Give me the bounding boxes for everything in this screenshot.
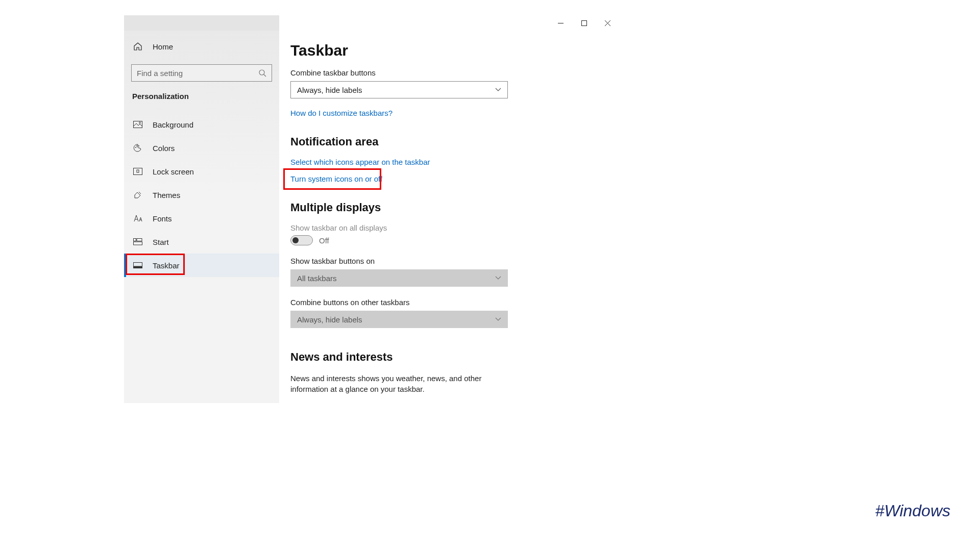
hashtag-text: #Windows xyxy=(875,502,950,520)
show-buttons-on-dropdown: All taskbars xyxy=(290,269,508,287)
dropdown-value: Always, hide labels xyxy=(297,315,362,324)
news-interests-description: News and interests shows you weather, ne… xyxy=(290,373,510,394)
window-controls xyxy=(549,15,619,31)
sidebar-item-lock-screen[interactable]: Lock screen xyxy=(124,160,279,183)
news-interests-heading: News and interests xyxy=(290,350,619,364)
toggle-knob xyxy=(292,237,299,243)
svg-point-1 xyxy=(259,70,264,75)
system-icons-link-wrap: Turn system icons on or off xyxy=(290,174,382,183)
svg-rect-2 xyxy=(134,121,142,128)
combine-taskbar-label: Combine taskbar buttons xyxy=(290,68,619,77)
titlebar-background xyxy=(124,15,279,31)
chevron-down-icon xyxy=(495,88,501,92)
combine-other-label: Combine buttons on other taskbars xyxy=(290,298,619,307)
svg-point-4 xyxy=(135,147,136,148)
multiple-displays-heading: Multiple displays xyxy=(290,201,619,214)
image-icon xyxy=(132,119,143,130)
search-input[interactable] xyxy=(137,69,258,78)
select-icons-link[interactable]: Select which icons appear on the taskbar xyxy=(290,158,619,166)
sidebar-item-fonts[interactable]: Fonts xyxy=(124,207,279,230)
sidebar-item-label: Themes xyxy=(153,191,180,199)
show-buttons-on-label: Show taskbar buttons on xyxy=(290,257,619,265)
show-all-displays-toggle[interactable] xyxy=(290,235,313,245)
svg-point-5 xyxy=(136,145,137,146)
lock-screen-icon xyxy=(132,166,143,177)
themes-icon xyxy=(132,189,143,201)
sidebar-item-colors[interactable]: Colors xyxy=(124,136,279,160)
settings-window: Settings Home Personalization xyxy=(124,15,619,403)
sidebar-category: Personalization xyxy=(124,87,279,108)
sidebar-nav-list: Background Colors Lock screen Themes xyxy=(124,113,279,277)
sidebar-item-label: Background xyxy=(153,120,193,129)
home-icon xyxy=(132,41,143,52)
close-icon xyxy=(605,20,610,26)
sidebar-item-label: Colors xyxy=(153,144,175,153)
sidebar-item-start[interactable]: Start xyxy=(124,230,279,254)
chevron-down-icon xyxy=(495,317,501,321)
sidebar-item-label: Taskbar xyxy=(153,261,180,270)
combine-taskbar-dropdown[interactable]: Always, hide labels xyxy=(290,81,508,98)
svg-rect-7 xyxy=(134,168,142,175)
page-title: Taskbar xyxy=(290,42,619,59)
chevron-down-icon xyxy=(495,276,501,280)
taskbar-icon xyxy=(132,260,143,271)
sidebar-home-label: Home xyxy=(153,42,173,51)
sidebar-item-label: Lock screen xyxy=(153,167,194,176)
close-button[interactable] xyxy=(596,15,619,31)
sidebar-item-taskbar[interactable]: Taskbar xyxy=(124,254,279,277)
svg-rect-8 xyxy=(137,170,139,172)
search-box[interactable] xyxy=(131,64,272,82)
sidebar-item-label: Start xyxy=(153,238,169,246)
svg-rect-0 xyxy=(581,20,586,26)
sidebar-item-background[interactable]: Background xyxy=(124,113,279,136)
search-icon xyxy=(258,69,266,77)
sidebar-home[interactable]: Home xyxy=(124,35,279,58)
svg-rect-9 xyxy=(134,239,136,241)
maximize-button[interactable] xyxy=(572,15,596,31)
system-icons-link[interactable]: Turn system icons on or off xyxy=(290,174,382,183)
start-icon xyxy=(132,236,143,247)
dropdown-value: Always, hide labels xyxy=(297,86,362,94)
svg-rect-10 xyxy=(137,239,142,241)
content-area: Taskbar Combine taskbar buttons Always, … xyxy=(279,31,619,403)
notification-area-heading: Notification area xyxy=(290,135,619,148)
palette-icon xyxy=(132,142,143,154)
combine-other-dropdown: Always, hide labels xyxy=(290,311,508,328)
sidebar-item-themes[interactable]: Themes xyxy=(124,183,279,207)
svg-point-3 xyxy=(139,122,141,123)
svg-point-6 xyxy=(138,145,139,146)
maximize-icon xyxy=(581,20,587,26)
dropdown-value: All taskbars xyxy=(297,274,337,283)
sidebar-item-label: Fonts xyxy=(153,214,172,223)
active-indicator xyxy=(124,254,126,277)
minimize-icon xyxy=(558,20,564,26)
svg-rect-11 xyxy=(134,242,142,245)
customize-taskbars-link[interactable]: How do I customize taskbars? xyxy=(290,109,393,117)
toggle-state-label: Off xyxy=(319,236,329,245)
fonts-icon xyxy=(132,213,143,224)
show-all-displays-label: Show taskbar on all displays xyxy=(290,223,619,232)
minimize-button[interactable] xyxy=(549,15,572,31)
show-all-displays-toggle-row: Off xyxy=(290,235,619,245)
svg-rect-13 xyxy=(134,266,142,268)
sidebar: Home Personalization Background Colors xyxy=(124,31,279,403)
